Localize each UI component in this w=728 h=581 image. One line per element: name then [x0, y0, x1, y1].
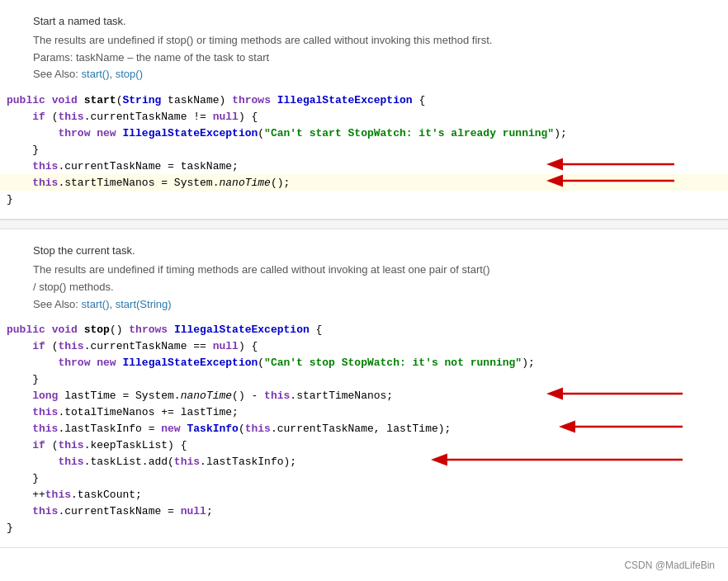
- doc-see-1: See Also: start(), stop(): [33, 66, 711, 83]
- code-line: this.taskList.add(this.lastTaskInfo);: [0, 453, 728, 470]
- code-line: public void start(String taskName) throw…: [0, 92, 728, 108]
- doc-see-2: See Also: start(), start(String): [33, 296, 711, 314]
- code-line: ++this.taskCount;: [0, 486, 728, 503]
- code-line: }: [0, 191, 728, 207]
- code-line: throw new IllegalStateException("Can't s…: [0, 125, 728, 141]
- code-line: public void stop() throws IllegalStateEx…: [0, 321, 728, 338]
- doc-block-2: Stop the current task. The results are u…: [0, 238, 728, 318]
- section1: Start a named task. The results are unde…: [0, 0, 728, 220]
- doc-see-link-startString[interactable]: start(String): [116, 298, 172, 310]
- code-line: long lastTime = System.nanoTime() - this…: [0, 387, 728, 404]
- doc-title-1: Start a named task.: [33, 13, 711, 31]
- doc-title-2: Stop the current task.: [33, 243, 711, 260]
- code-area-2: public void stop() throws IllegalStateEx…: [0, 318, 728, 539]
- code-line: if (this.currentTaskName != null) {: [0, 108, 728, 125]
- code-line: this.lastTaskInfo = new TaskInfo(this.cu…: [0, 420, 728, 437]
- section-divider: [0, 220, 728, 229]
- doc-see-link-stop[interactable]: stop(): [116, 68, 143, 80]
- doc-desc-2: The results are undefined if timing meth…: [33, 262, 711, 296]
- doc-block-1: Start a named task. The results are unde…: [0, 8, 728, 88]
- doc-params-1: Params: taskName – the name of the task …: [33, 50, 711, 67]
- watermark: CSDN @MadLifeBin: [624, 560, 715, 571]
- doc-desc-1: The results are undefined if stop() or t…: [33, 32, 711, 50]
- section2: Stop the current task. The results are u…: [0, 229, 728, 548]
- code-area-1: public void start(String taskName) throw…: [0, 88, 728, 210]
- code-line: }: [0, 519, 728, 536]
- code-line: if (this.currentTaskName == null) {: [0, 338, 728, 354]
- code-line-highlighted: this.startTimeNanos = System.nanoTime();: [0, 174, 728, 191]
- doc-see-link-start2[interactable]: start(): [82, 298, 110, 310]
- doc-see-link-start[interactable]: start(): [82, 68, 110, 80]
- code-line: this.currentTaskName = null;: [0, 503, 728, 519]
- code-line: throw new IllegalStateException("Can't s…: [0, 354, 728, 371]
- code-line: }: [0, 470, 728, 486]
